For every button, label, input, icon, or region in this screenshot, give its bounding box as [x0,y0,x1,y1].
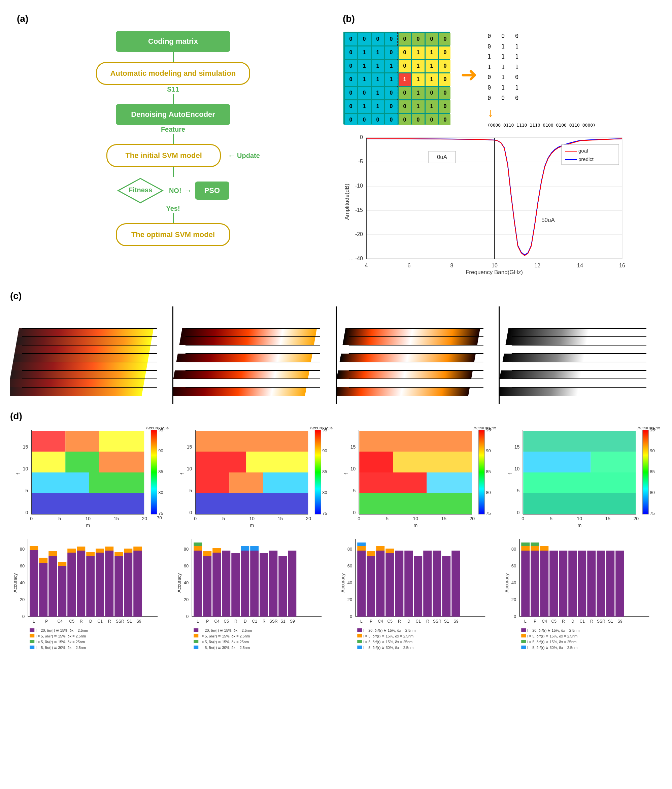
orange-arrow: ➜ [461,62,477,86]
svg-text:D: D [407,619,410,624]
denoising-box: Denoising AutoEncoder [116,104,230,125]
svg-text:1: 1 [390,63,393,69]
svg-rect-389 [288,551,296,617]
scatter-3: 0 5 10 15 0 5 10 15 20 f m [338,426,498,532]
svg-rect-310 [523,452,591,473]
svg-text:S9: S9 [453,619,458,624]
svg-text:0: 0 [358,516,360,521]
frequency-chart: 0 -5 -10 -15 -20 ... -40 4 6 8 10 12 14 … [343,134,639,276]
svg-rect-226 [32,473,89,494]
svg-text:10: 10 [249,516,255,521]
connector-4 [173,167,174,177]
svg-text:m: m [578,522,581,528]
svg-text:0: 0 [350,103,353,109]
svg-text:l = 5, δr/(r) ≅ 15%, δx = 25nm: l = 5, δr/(r) ≅ 15%, δx = 25nm [363,640,412,644]
svg-rect-197 [500,379,634,387]
svg-rect-382 [222,551,230,617]
svg-rect-475 [606,551,615,617]
heatmap3d-1-svg [10,307,172,404]
svg-text:0: 0 [30,516,33,521]
heatmap3d-2 [173,307,336,404]
feature-label: Feature [161,126,185,133]
svg-rect-308 [523,494,635,514]
svg-text:Frequency Band(GHz): Frequency Band(GHz) [466,269,523,275]
svg-rect-473 [587,551,595,617]
svg-rect-332 [30,546,38,550]
svg-text:l = 5, δr/(r) ≅ 15%, δx = 25nm: l = 5, δr/(r) ≅ 15%, δx = 25nm [200,640,249,644]
svg-text:5: 5 [25,488,28,494]
svg-text:L: L [33,619,35,624]
svg-rect-343 [105,551,113,617]
svg-text:C5: C5 [388,619,393,624]
svg-rect-352 [115,552,123,556]
svg-text:0: 0 [363,90,366,96]
svg-text:-10: -10 [355,183,363,188]
svg-rect-334 [48,551,57,556]
svg-text:80: 80 [20,546,25,552]
svg-rect-342 [96,553,104,617]
svg-rect-348 [77,546,85,551]
svg-text:40: 40 [20,580,25,585]
svg-text:0: 0 [444,36,447,42]
svg-text:80: 80 [184,546,188,552]
row-c: (c) [10,291,662,404]
auto-modeling-box: Automatic modeling and simulation [96,62,251,85]
no-label: NO! [169,187,182,195]
coding-matrix-box: Coding matrix [116,31,230,52]
svg-rect-423 [357,551,366,617]
barchart-4: 0 20 40 60 80 Accuracy [502,536,662,652]
svg-text:0: 0 [444,77,447,82]
label-a: (a) [17,13,28,24]
svg-rect-165 [173,379,308,386]
svg-rect-183 [338,362,474,369]
svg-text:0: 0 [444,63,447,69]
svg-text:40: 40 [348,580,352,585]
svg-text:5: 5 [58,516,61,521]
pso-box: PSO [195,182,229,200]
svg-text:10: 10 [85,516,91,521]
svg-text:l = 5, δr/(r) ≅ 30%, δx = 2.5n: l = 5, δr/(r) ≅ 30%, δx = 2.5nm [36,645,86,650]
heatmap3d-3-svg [337,307,499,404]
svg-text:10: 10 [577,516,582,521]
svg-text:0: 0 [444,90,447,96]
svg-text:80: 80 [348,546,352,552]
svg-rect-187 [344,328,480,337]
svg-text:85: 85 [158,469,163,474]
svg-text:14: 14 [577,263,583,268]
svg-text:4: 4 [365,263,368,268]
svg-text:l = 20, δr/(r) ≅ 15%, δx = 2.5: l = 20, δr/(r) ≅ 15%, δx = 2.5nm [527,628,579,632]
svg-rect-434 [357,546,366,551]
svg-rect-180 [337,387,470,396]
svg-text:60: 60 [184,563,188,569]
svg-text:Accuracy: Accuracy [340,573,345,593]
svg-text:C1: C1 [252,619,257,624]
svg-text:0: 0 [350,36,353,42]
svg-text:60: 60 [20,563,25,569]
svg-rect-351 [105,546,113,551]
svg-text:f: f [16,473,21,474]
svg-text:predict: predict [578,156,594,162]
svg-text:0: 0 [350,77,353,82]
svg-text:85: 85 [486,469,490,474]
svg-rect-182 [337,371,473,379]
svg-text:1: 1 [390,77,393,82]
svg-text:P: P [206,619,209,624]
svg-rect-392 [212,548,221,553]
svg-text:L: L [360,619,362,624]
svg-rect-155 [18,328,153,337]
svg-text:20: 20 [511,597,516,602]
barchart-row: 0 20 40 60 80 Accuracy [10,536,662,652]
svg-text:l = 20, δr/(r) ≅ 15%, δx = 2.5: l = 20, δr/(r) ≅ 15%, δx = 2.5nm [200,628,252,632]
svg-rect-363 [30,628,34,632]
svg-rect-231 [32,431,65,452]
svg-text:SSR: SSR [433,619,441,624]
svg-rect-365 [30,634,34,637]
svg-rect-454 [357,640,362,643]
svg-text:D: D [89,619,92,624]
svg-text:Accuracy,%: Accuracy,% [473,426,496,430]
svg-text:8: 8 [450,263,453,268]
barchart-2: 0 20 40 60 80 Accuracy [174,536,335,652]
svg-text:0: 0 [403,36,406,42]
svg-text:P: P [45,619,48,624]
svg-rect-148 [10,387,143,396]
